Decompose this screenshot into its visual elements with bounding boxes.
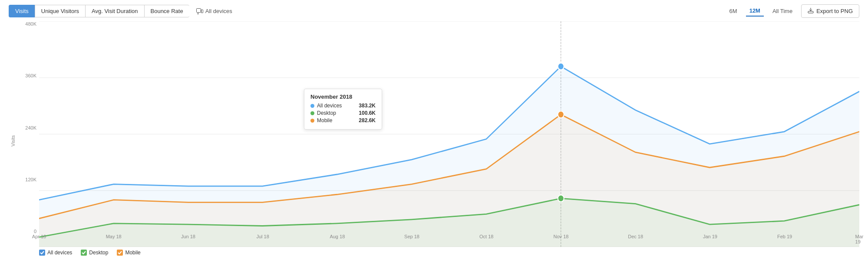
legend-label-desktop: Desktop xyxy=(89,250,108,256)
y-label-240k: 240K xyxy=(17,125,39,130)
page-container: Visits Unique Visitors Avg. Visit Durati… xyxy=(0,0,868,260)
y-axis-label: Visits xyxy=(9,21,17,247)
time-6m[interactable]: 6M xyxy=(726,6,741,16)
tab-unique-visitors[interactable]: Unique Visitors xyxy=(35,5,85,17)
x-label-jul18: Jul 18 xyxy=(256,234,269,239)
y-label-360k: 360K xyxy=(17,73,39,78)
toolbar-left: Visits Unique Visitors Avg. Visit Durati… xyxy=(9,5,232,17)
y-label-480k: 480K xyxy=(17,21,39,27)
x-label-dec18: Dec 18 xyxy=(628,234,643,239)
legend-checkbox-desktop[interactable] xyxy=(81,250,87,256)
legend-desktop[interactable]: Desktop xyxy=(81,250,108,256)
export-label: Export to PNG xyxy=(816,8,853,14)
legend-all-devices[interactable]: All devices xyxy=(39,250,72,256)
x-label-nov18: Nov 18 xyxy=(554,234,569,239)
x-labels: Apr 18 May 18 Jun 18 Jul 18 Aug 18 Sep 1… xyxy=(39,234,859,247)
legend-checkbox-mobile[interactable] xyxy=(117,250,123,256)
all-devices-dot xyxy=(558,63,564,70)
svg-rect-1 xyxy=(201,10,203,13)
x-label-apr18: Apr 18 xyxy=(32,234,46,239)
chart-svg xyxy=(39,21,859,247)
legend-checkbox-all-devices[interactable] xyxy=(39,250,45,256)
x-label-jan19: Jan 19 xyxy=(703,234,717,239)
tab-bounce-rate[interactable]: Bounce Rate xyxy=(144,5,189,17)
x-label-aug18: Aug 18 xyxy=(330,234,345,239)
mobile-dot xyxy=(558,111,564,118)
device-filter[interactable]: All devices xyxy=(196,8,232,14)
y-label-120k: 120K xyxy=(17,177,39,182)
x-label-may18: May 18 xyxy=(106,234,122,239)
svg-rect-0 xyxy=(196,8,201,12)
desktop-dot xyxy=(558,195,564,202)
legend: All devices Desktop Mobile xyxy=(9,250,859,256)
chart-inner: 480K 360K 240K 120K 0 xyxy=(17,21,859,247)
export-icon xyxy=(808,7,814,15)
tab-avg-visit-duration[interactable]: Avg. Visit Duration xyxy=(85,5,144,17)
y-labels: 480K 360K 240K 120K 0 xyxy=(17,21,39,234)
legend-label-mobile: Mobile xyxy=(125,250,140,256)
x-label-mar19: Mar 19 xyxy=(855,234,864,244)
y-label-0: 0 xyxy=(17,229,39,234)
legend-mobile[interactable]: Mobile xyxy=(117,250,140,256)
x-label-feb19: Feb 19 xyxy=(777,234,792,239)
toolbar-right: 6M 12M All Time Export to PNG xyxy=(726,4,859,18)
export-button[interactable]: Export to PNG xyxy=(801,4,859,18)
legend-label-all-devices: All devices xyxy=(47,250,72,256)
x-label-jun18: Jun 18 xyxy=(181,234,195,239)
svg-rect-4 xyxy=(808,11,813,13)
device-icon xyxy=(196,8,203,14)
chart-area: Visits 480K 360K 240K 120K 0 xyxy=(9,21,859,247)
time-12m[interactable]: 12M xyxy=(746,6,764,17)
time-all-time[interactable]: All Time xyxy=(769,6,796,16)
toolbar: Visits Unique Visitors Avg. Visit Durati… xyxy=(9,4,859,18)
x-label-oct18: Oct 18 xyxy=(479,234,493,239)
tab-visits[interactable]: Visits xyxy=(9,5,35,17)
x-label-sep18: Sep 18 xyxy=(404,234,419,239)
device-filter-label: All devices xyxy=(205,8,232,14)
